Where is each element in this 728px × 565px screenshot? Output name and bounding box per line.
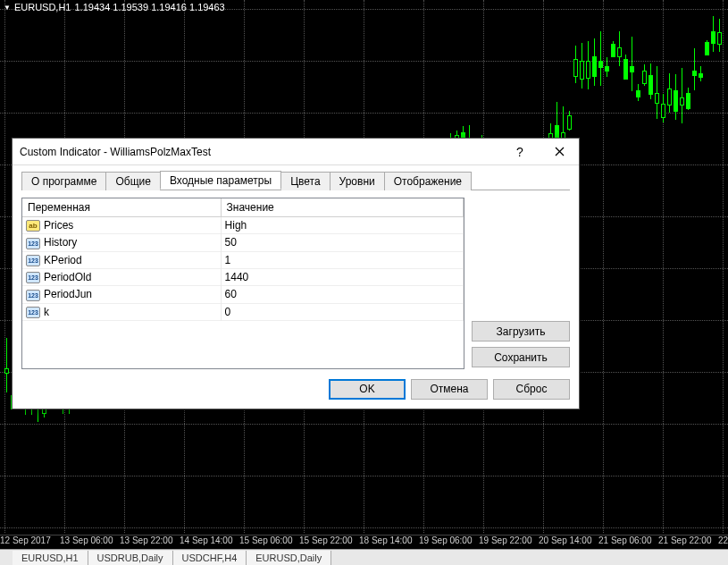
chart-title: ▼ EURUSD,H1 1.19434 1.19539 1.19416 1.19… xyxy=(4,2,225,13)
chart-tab[interactable]: USDCHF,H4 xyxy=(173,551,247,565)
table-row[interactable]: 123k0 xyxy=(22,303,464,320)
integer-type-icon: 123 xyxy=(26,307,40,318)
load-button[interactable]: Загрузить xyxy=(472,321,570,342)
dialog-footer: OK Отмена Сброс xyxy=(13,376,579,409)
dialog-tab[interactable]: Отображение xyxy=(384,172,472,190)
close-button[interactable] xyxy=(540,139,579,164)
dialog-titlebar[interactable]: Custom Indicator - WilliamsPolzMaxTest ? xyxy=(13,139,579,165)
param-value[interactable]: 50 xyxy=(221,234,463,251)
dropdown-icon[interactable]: ▼ xyxy=(4,4,11,12)
side-buttons: Загрузить Сохранить xyxy=(472,198,570,369)
table-row[interactable]: 123KPeriod1 xyxy=(22,251,464,268)
param-value[interactable]: 0 xyxy=(221,303,463,320)
integer-type-icon: 123 xyxy=(26,290,40,301)
ok-button[interactable]: OK xyxy=(329,379,406,400)
reset-button[interactable]: Сброс xyxy=(493,379,570,400)
xaxis-label: 15 Sep 06:00 xyxy=(239,535,293,545)
dialog-tab[interactable]: Входные параметры xyxy=(160,171,281,190)
xaxis-label: 15 Sep 22:00 xyxy=(299,535,353,545)
xaxis-label: 21 Sep 06:00 xyxy=(598,535,652,545)
param-value[interactable]: 60 xyxy=(221,286,463,303)
xaxis-label: 13 Sep 06:00 xyxy=(60,535,113,545)
xaxis-label: 18 Sep 14:00 xyxy=(359,535,413,545)
xaxis-label: 22 Sep 14: xyxy=(718,535,728,545)
chart-ohlc: 1.19434 1.19539 1.19416 1.19463 xyxy=(75,2,225,13)
table-row[interactable]: 123PeriodJun60 xyxy=(22,286,464,303)
help-button[interactable]: ? xyxy=(500,139,540,164)
xaxis-label: 12 Sep 2017 xyxy=(0,535,51,545)
save-button[interactable]: Сохранить xyxy=(472,347,570,367)
chart-xaxis: 12 Sep 201713 Sep 06:0013 Sep 22:0014 Se… xyxy=(0,535,728,549)
col-value[interactable]: Значение xyxy=(221,198,463,217)
param-name: History xyxy=(44,236,77,249)
parameter-table[interactable]: Переменная Значение abPricesHigh123Histo… xyxy=(21,198,464,369)
chart-tab[interactable]: USDRUB,Daily xyxy=(88,551,173,565)
param-name: PeriodJun xyxy=(44,288,92,300)
dialog-tab[interactable]: Общие xyxy=(105,172,160,190)
integer-type-icon: 123 xyxy=(26,238,40,249)
xaxis-label: 14 Sep 14:00 xyxy=(180,535,233,545)
integer-type-icon: 123 xyxy=(26,272,40,283)
xaxis-label: 19 Sep 06:00 xyxy=(419,535,473,545)
indicator-dialog: Custom Indicator - WilliamsPolzMaxTest ?… xyxy=(12,138,580,409)
param-value[interactable]: 1 xyxy=(221,251,463,268)
chart-symbol: EURUSD,H1 xyxy=(14,2,71,13)
param-name: KPeriod xyxy=(44,254,82,266)
col-variable[interactable]: Переменная xyxy=(22,198,221,217)
cancel-button[interactable]: Отмена xyxy=(411,379,488,400)
xaxis-label: 13 Sep 22:00 xyxy=(120,535,173,545)
chart-tab[interactable]: EURUSD,Daily xyxy=(247,551,331,565)
xaxis-label: 19 Sep 22:00 xyxy=(479,535,532,545)
chart-tabs[interactable]: EURUSD,H1USDRUB,DailyUSDCHF,H4EURUSD,Dai… xyxy=(0,549,728,565)
table-row[interactable]: 123PeriodOld1440 xyxy=(22,268,464,285)
close-icon xyxy=(555,147,565,156)
chart-tab[interactable]: EURUSD,H1 xyxy=(13,551,88,565)
table-row[interactable]: 123History50 xyxy=(22,234,464,251)
param-value[interactable]: 1440 xyxy=(221,268,463,285)
param-name: k xyxy=(44,306,49,318)
param-value[interactable]: High xyxy=(221,217,463,234)
dialog-tab[interactable]: Цвета xyxy=(280,172,330,190)
string-type-icon: ab xyxy=(26,220,40,232)
xaxis-label: 20 Sep 14:00 xyxy=(539,535,592,545)
xaxis-label: 21 Sep 22:00 xyxy=(658,535,712,545)
dialog-tab[interactable]: Уровни xyxy=(330,172,385,190)
table-row[interactable]: abPricesHigh xyxy=(22,217,464,234)
dialog-tab[interactable]: О программе xyxy=(21,172,106,190)
dialog-tabs: О программеОбщиеВходные параметрыЦветаУр… xyxy=(21,171,570,190)
param-name: Prices xyxy=(44,219,73,232)
dialog-title: Custom Indicator - WilliamsPolzMaxTest xyxy=(20,146,211,158)
integer-type-icon: 123 xyxy=(26,255,40,266)
param-name: PeriodOld xyxy=(44,271,91,283)
